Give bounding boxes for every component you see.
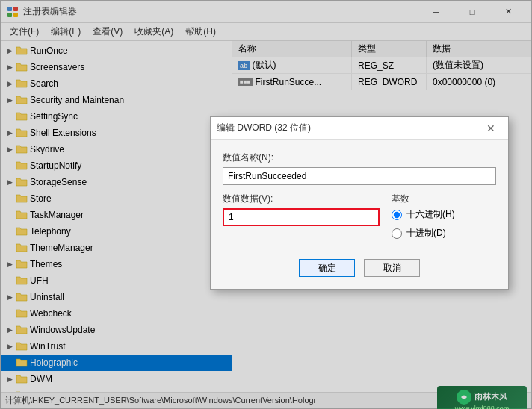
radio-hex-label: 十六进制(H) <box>406 208 455 221</box>
radio-hex[interactable] <box>392 210 402 220</box>
radio-dec-label: 十进制(D) <box>406 227 446 240</box>
dialog-content: 数值名称(N): 数值数据(V): 基数 十六进制(H) <box>211 140 508 252</box>
data-input[interactable] <box>223 208 380 226</box>
dialog-overlay: 编辑 DWORD (32 位值) ✕ 数值名称(N): 数值数据(V): 基数 <box>1 1 531 408</box>
edit-dword-dialog: 编辑 DWORD (32 位值) ✕ 数值名称(N): 数值数据(V): 基数 <box>210 116 509 290</box>
data-row: 数值数据(V): 基数 十六进制(H) 十进制(D) <box>223 193 496 240</box>
main-window: 注册表编辑器 ─ □ ✕ 文件(F) 编辑(E) 查看(V) 收藏夹(A) 帮助… <box>0 0 532 409</box>
ok-button[interactable]: 确定 <box>299 259 355 277</box>
dialog-close-button[interactable]: ✕ <box>480 118 502 139</box>
data-section: 数值数据(V): <box>223 193 380 240</box>
base-label: 基数 <box>392 193 496 205</box>
dialog-title: 编辑 DWORD (32 位值) <box>217 122 311 134</box>
radio-hex-item[interactable]: 十六进制(H) <box>392 208 496 221</box>
data-label: 数值数据(V): <box>223 193 380 205</box>
dialog-buttons: 确定 取消 <box>211 252 508 289</box>
name-label: 数值名称(N): <box>223 152 496 164</box>
cancel-button[interactable]: 取消 <box>364 259 420 277</box>
radio-dec[interactable] <box>392 228 402 239</box>
radio-dec-item[interactable]: 十进制(D) <box>392 227 496 240</box>
base-section: 基数 十六进制(H) 十进制(D) <box>392 193 496 240</box>
name-input[interactable] <box>223 167 496 185</box>
dialog-title-bar: 编辑 DWORD (32 位值) ✕ <box>211 117 508 140</box>
radio-group: 十六进制(H) 十进制(D) <box>392 208 496 240</box>
name-section: 数值名称(N): <box>223 152 496 185</box>
